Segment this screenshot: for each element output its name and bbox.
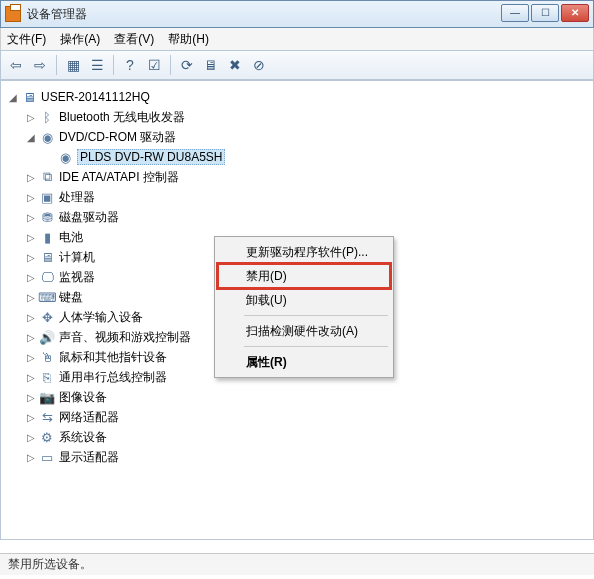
device-icon: ⇆ [39,409,55,425]
tree-item-label: 电池 [59,229,83,246]
arrow-right-icon: ⇨ [34,57,46,73]
tree-item[interactable]: ◉PLDS DVD-RW DU8A5SH [43,147,589,167]
ctx-separator [244,315,388,316]
menu-action[interactable]: 操作(A) [60,31,100,48]
properties-button[interactable]: ☑ [143,54,165,76]
expand-icon[interactable]: ◢ [25,131,37,143]
tree-item[interactable]: ▷▭显示适配器 [25,447,589,467]
close-icon: ✕ [571,8,579,18]
update-icon: ⟳ [181,57,193,73]
menu-help[interactable]: 帮助(H) [168,31,209,48]
tree-item-label: 监视器 [59,269,95,286]
device-icon: ⚙ [39,429,55,445]
menu-view[interactable]: 查看(V) [114,31,154,48]
device-icon: 🖵 [39,269,55,285]
toolbar-separator [56,55,57,75]
tree-item[interactable]: ▷⚙系统设备 [25,427,589,447]
minimize-icon: — [510,8,520,18]
tree-root[interactable]: ◢ 🖥 USER-20141112HQ [7,87,589,107]
help-button[interactable]: ? [119,54,141,76]
scan-button[interactable]: 🖥 [200,54,222,76]
ctx-scan[interactable]: 扫描检测硬件改动(A) [218,319,390,343]
ctx-update-driver[interactable]: 更新驱动程序软件(P)... [218,240,390,264]
window-title: 设备管理器 [27,6,87,23]
tree-item-label: 鼠标和其他指针设备 [59,349,167,366]
expand-icon[interactable]: ▷ [25,211,37,223]
device-icon: ✥ [39,309,55,325]
window-controls: — ☐ ✕ [499,4,589,22]
device-icon: 📷 [39,389,55,405]
ctx-label: 卸载(U) [246,292,287,309]
tree-item-label: Bluetooth 无线电收发器 [59,109,185,126]
expand-icon[interactable]: ◢ [7,91,19,103]
view-small-button[interactable]: ☰ [86,54,108,76]
ctx-label: 扫描检测硬件改动(A) [246,323,358,340]
uninstall-icon: ✖ [229,57,241,73]
device-icon: ⌨ [39,289,55,305]
expand-icon[interactable]: ▷ [25,311,37,323]
expand-icon[interactable]: ▷ [25,191,37,203]
toolbar-separator [170,55,171,75]
tree-item[interactable]: ▷⛃磁盘驱动器 [25,207,589,227]
device-icon: 🔊 [39,329,55,345]
expand-icon[interactable]: ▷ [25,451,37,463]
status-text: 禁用所选设备。 [8,556,92,573]
expand-icon[interactable]: ▷ [25,251,37,263]
uninstall-button[interactable]: ✖ [224,54,246,76]
maximize-icon: ☐ [541,8,550,18]
tree-item-label: IDE ATA/ATAPI 控制器 [59,169,179,186]
expand-icon[interactable]: ▷ [25,111,37,123]
tree-item[interactable]: ▷▣处理器 [25,187,589,207]
ctx-label: 更新驱动程序软件(P)... [246,244,368,261]
status-bar: 禁用所选设备。 [0,553,594,575]
tree-item[interactable]: ▷📷图像设备 [25,387,589,407]
menu-file[interactable]: 文件(F) [7,31,46,48]
expand-icon[interactable]: ▷ [25,271,37,283]
expand-icon[interactable]: ▷ [25,291,37,303]
expand-icon[interactable]: ▷ [25,391,37,403]
arrow-left-icon: ⇦ [10,57,22,73]
expand-icon[interactable]: ▷ [25,231,37,243]
device-icon: ⎘ [39,369,55,385]
tree-item-label: 磁盘驱动器 [59,209,119,226]
expand-icon[interactable]: ▷ [25,351,37,363]
tree-item-label: 人体学输入设备 [59,309,143,326]
device-tree[interactable]: ◢ 🖥 USER-20141112HQ ▷ᛒBluetooth 无线电收发器◢◉… [0,80,594,540]
expand-icon[interactable]: ▷ [25,371,37,383]
ctx-disable[interactable]: 禁用(D) [218,264,390,288]
expand-icon[interactable]: ▷ [25,171,37,183]
minimize-button[interactable]: — [501,4,529,22]
device-icon: ▮ [39,229,55,245]
forward-button[interactable]: ⇨ [29,54,51,76]
view-large-button[interactable]: ▦ [62,54,84,76]
tree-item-label: 计算机 [59,249,95,266]
expand-icon[interactable]: ▷ [25,431,37,443]
tree-item[interactable]: ▷⧉IDE ATA/ATAPI 控制器 [25,167,589,187]
expand-icon[interactable]: ▷ [25,331,37,343]
properties-icon: ☑ [148,57,161,73]
expand-icon[interactable]: ▷ [25,411,37,423]
disable-button[interactable]: ⊘ [248,54,270,76]
ctx-uninstall[interactable]: 卸载(U) [218,288,390,312]
ctx-properties[interactable]: 属性(R) [218,350,390,374]
tree-item[interactable]: ◢◉DVD/CD-ROM 驱动器 [25,127,589,147]
ctx-separator [244,346,388,347]
toolbar-separator [113,55,114,75]
toolbar: ⇦ ⇨ ▦ ☰ ? ☑ ⟳ 🖥 ✖ ⊘ [0,50,594,80]
tree-item[interactable]: ▷⇆网络适配器 [25,407,589,427]
close-button[interactable]: ✕ [561,4,589,22]
context-menu: 更新驱动程序软件(P)... 禁用(D) 卸载(U) 扫描检测硬件改动(A) 属… [214,236,394,378]
maximize-button[interactable]: ☐ [531,4,559,22]
tree-item[interactable]: ▷ᛒBluetooth 无线电收发器 [25,107,589,127]
update-button[interactable]: ⟳ [176,54,198,76]
tree-item-label: 图像设备 [59,389,107,406]
back-button[interactable]: ⇦ [5,54,27,76]
tree-item-label: 系统设备 [59,429,107,446]
title-bar: 设备管理器 — ☐ ✕ [0,0,594,28]
root-label: USER-20141112HQ [41,90,150,104]
device-icon: 🖱 [39,349,55,365]
scan-icon: 🖥 [204,57,218,73]
tree-item-label: 显示适配器 [59,449,119,466]
device-icon: ⛃ [39,209,55,225]
disable-icon: ⊘ [253,57,265,73]
